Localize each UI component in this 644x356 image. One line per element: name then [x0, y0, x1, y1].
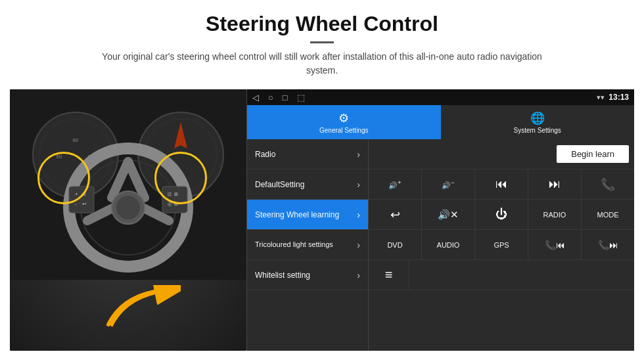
menu-arrow-steering: ›	[357, 210, 360, 220]
mute-icon: 🔊✕	[438, 209, 459, 221]
back-nav-icon[interactable]: ◁	[252, 93, 259, 102]
menu-arrow-radio: ›	[357, 149, 360, 160]
back-icon: ↩	[390, 208, 400, 222]
content-area: Radio › DefaultSetting › Steering Wheel …	[247, 139, 634, 351]
right-controls: Begin learn 🔊+ 🔊−	[369, 139, 634, 351]
top-tabs: ⚙ General Settings 🌐 System Settings	[247, 105, 634, 139]
page-container: Steering Wheel Control Your original car…	[0, 0, 644, 356]
phone-next-button[interactable]: 📞⏭	[582, 230, 634, 259]
subtitle: Your original car's steering wheel contr…	[99, 50, 545, 78]
yellow-circle-left	[37, 152, 90, 204]
next-track-icon: ⏭	[549, 177, 561, 191]
general-settings-icon: ⚙	[338, 111, 349, 125]
power-icon: ⏻	[495, 208, 507, 221]
svg-text:80: 80	[73, 137, 79, 143]
system-settings-icon: 🌐	[530, 111, 545, 125]
recents-nav-icon[interactable]: □	[283, 93, 288, 102]
status-bar-right: ▾▾ 13:13	[597, 93, 629, 102]
gps-button[interactable]: GPS	[475, 230, 528, 259]
status-bar: ◁ ○ □ ⬚ ▾▾ 13:13	[247, 89, 634, 105]
header-section: Steering Wheel Control Your original car…	[0, 0, 644, 84]
mute-button[interactable]: 🔊✕	[422, 200, 475, 229]
bottom-row: ≡	[369, 260, 634, 290]
svg-text:↩: ↩	[82, 201, 87, 207]
prev-track-icon: ⏮	[495, 177, 507, 191]
android-panel: ◁ ○ □ ⬚ ▾▾ 13:13 ⚙ General Settings 🌐	[246, 89, 634, 351]
arrow-svg	[102, 285, 181, 338]
menu-arrow-tricoloured: ›	[357, 240, 360, 250]
controls-row-1: 🔊+ 🔊− ⏮ ⏭ 📞	[369, 169, 634, 200]
dvd-button[interactable]: DVD	[369, 230, 422, 259]
phone-prev-icon: 📞⏮	[545, 240, 565, 250]
status-time: 13:13	[609, 93, 629, 102]
volume-up-icon: 🔊+	[388, 179, 401, 190]
menu-arrow-default: ›	[357, 179, 360, 190]
tab-general-settings[interactable]: ⚙ General Settings	[247, 105, 441, 139]
steering-wheel-image: 80 40 60 100	[10, 89, 246, 351]
title-divider	[310, 41, 334, 43]
controls-grid: 🔊+ 🔊− ⏮ ⏭ 📞	[369, 169, 634, 260]
menu-item-radio[interactable]: Radio ›	[247, 139, 368, 169]
menu-arrow-whitelist: ›	[357, 270, 360, 280]
main-content: 80 40 60 100	[10, 89, 634, 351]
volume-down-icon: 🔊−	[442, 179, 454, 190]
mode-label: MODE	[597, 211, 619, 219]
radio-mode-button[interactable]: RADIO	[528, 200, 582, 229]
system-settings-label: System Settings	[514, 127, 561, 134]
page-title: Steering Wheel Control	[13, 12, 631, 36]
power-button[interactable]: ⏻	[475, 200, 528, 229]
phone-prev-button[interactable]: 📞⏮	[528, 230, 582, 259]
phone-button[interactable]: 📞	[582, 169, 634, 199]
screenshot-nav-icon[interactable]: ⬚	[297, 93, 305, 102]
menu-item-steering-wheel[interactable]: Steering Wheel learning ›	[247, 200, 368, 230]
phone-next-icon: 📞⏭	[598, 240, 618, 250]
prev-track-button[interactable]: ⏮	[475, 169, 528, 199]
svg-point-16	[116, 196, 140, 219]
signal-icon: ▾▾	[597, 93, 605, 102]
radio-label: RADIO	[543, 211, 566, 219]
dvd-label: DVD	[387, 241, 402, 249]
mode-button[interactable]: MODE	[582, 200, 634, 229]
volume-down-button[interactable]: 🔊−	[422, 169, 475, 199]
controls-row-2: ↩ 🔊✕ ⏻ RADIO MO	[369, 200, 634, 230]
home-nav-icon[interactable]: ○	[268, 93, 273, 102]
svg-text:-: -	[75, 201, 77, 207]
menu-icon-button[interactable]: ≡	[369, 260, 409, 290]
yellow-circle-right	[154, 152, 207, 204]
begin-learn-row: Begin learn	[369, 139, 634, 169]
phone-icon: 📞	[601, 177, 615, 192]
menu-icon: ≡	[385, 267, 393, 282]
general-settings-label: General Settings	[319, 127, 369, 134]
gps-label: GPS	[494, 241, 509, 249]
menu-item-whitelist[interactable]: Whitelist setting ›	[247, 260, 368, 290]
next-track-button[interactable]: ⏭	[528, 169, 582, 199]
tab-system-settings[interactable]: 🌐 System Settings	[441, 105, 635, 139]
audio-button[interactable]: AUDIO	[422, 230, 475, 259]
begin-learn-button[interactable]: Begin learn	[557, 145, 629, 163]
menu-item-default-setting[interactable]: DefaultSetting ›	[247, 169, 368, 200]
controls-row-3: DVD AUDIO GPS 📞⏮	[369, 230, 634, 260]
audio-label: AUDIO	[437, 241, 460, 249]
nav-buttons: ◁ ○ □ ⬚	[252, 93, 305, 102]
back-button[interactable]: ↩	[369, 200, 422, 229]
left-menu: Radio › DefaultSetting › Steering Wheel …	[247, 139, 369, 351]
menu-item-tricoloured[interactable]: Tricoloured light settings ›	[247, 230, 368, 260]
sw-background: 80 40 60 100	[10, 89, 246, 351]
volume-up-button[interactable]: 🔊+	[369, 169, 422, 199]
